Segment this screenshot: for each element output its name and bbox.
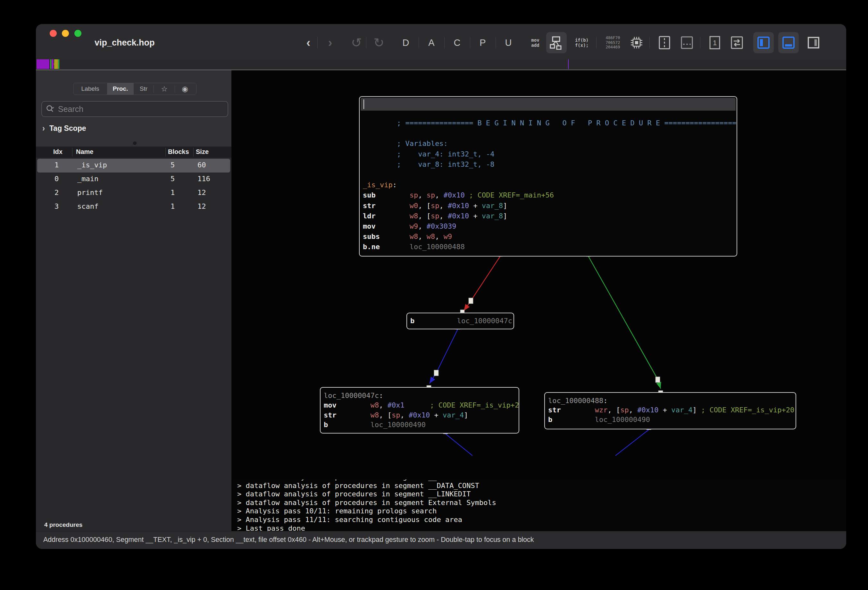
basic-block-branch[interactable]: b loc_10000047c bbox=[406, 313, 514, 329]
asm-line[interactable]: ; var_4: int32_t, -4 bbox=[363, 149, 736, 160]
asm-line[interactable]: _is_vip: bbox=[363, 180, 736, 190]
cfg-edge bbox=[446, 434, 472, 455]
basic-block-loc47c[interactable]: loc_10000047c:mov w8, #0x1 ; CODE XREF=_… bbox=[320, 387, 519, 433]
asm-line[interactable]: ; Variables: bbox=[363, 139, 736, 149]
edge-arrowhead-icon bbox=[464, 304, 469, 311]
cfg-edge bbox=[616, 430, 649, 455]
asm-line[interactable]: b loc_10000047c bbox=[410, 316, 513, 326]
asm-line[interactable]: ldr w8, [sp, #0x10 + var_8] bbox=[363, 211, 736, 221]
asm-line[interactable]: ; ================ B E G I N N I N G O F… bbox=[363, 118, 736, 128]
block-port-handle[interactable] bbox=[460, 310, 465, 313]
asm-line[interactable]: loc_10000047c: bbox=[324, 391, 518, 401]
edge-waypoint-handle[interactable] bbox=[655, 377, 660, 383]
asm-line[interactable]: loc_100000488: bbox=[548, 396, 795, 405]
asm-line[interactable] bbox=[363, 128, 736, 139]
asm-line[interactable]: str wzr, [sp, #0x10 + var_4] ; CODE XREF… bbox=[548, 405, 795, 415]
asm-line[interactable]: sub sp, sp, #0x10 ; CODE XREF=_main+56 bbox=[363, 190, 736, 200]
edge-waypoint-handle[interactable] bbox=[469, 298, 473, 304]
asm-line[interactable]: b loc_100000490 bbox=[548, 415, 795, 424]
basic-block-entry[interactable]: ; ================ B E G I N N I N G O F… bbox=[359, 96, 737, 257]
text-cursor bbox=[363, 99, 364, 109]
screen: vip_check.hop ‹ › ↺ ↻ DACPU movadd bbox=[0, 0, 868, 590]
asm-line[interactable]: str w0, [sp, #0x10 + var_8] bbox=[363, 201, 736, 211]
asm-line[interactable]: b loc_100000490 bbox=[324, 420, 518, 430]
asm-line[interactable]: b.ne loc_100000488 bbox=[363, 242, 736, 252]
asm-line[interactable]: subs w8, w8, w9 bbox=[363, 232, 736, 242]
edge-arrowhead-icon bbox=[656, 382, 661, 389]
block-title-field[interactable] bbox=[360, 98, 736, 111]
cfg-edge bbox=[430, 329, 458, 383]
asm-line[interactable]: ; var_8: int32_t, -8 bbox=[363, 160, 736, 170]
edge-arrowhead-icon bbox=[430, 377, 435, 383]
asm-line[interactable]: str w8, [sp, #0x10 + var_4] bbox=[324, 410, 518, 420]
cfg-edge bbox=[589, 257, 661, 389]
asm-line[interactable] bbox=[363, 170, 736, 180]
asm-line[interactable]: mov w9, #0x3039 bbox=[363, 221, 736, 232]
basic-block-loc488[interactable]: loc_100000488:str wzr, [sp, #0x10 + var_… bbox=[544, 392, 796, 429]
asm-line[interactable]: mov w8, #0x1 ; CODE XREF=_is_vip+24 bbox=[324, 401, 518, 410]
edge-waypoint-handle[interactable] bbox=[434, 370, 438, 376]
cfg-edges bbox=[0, 0, 868, 590]
